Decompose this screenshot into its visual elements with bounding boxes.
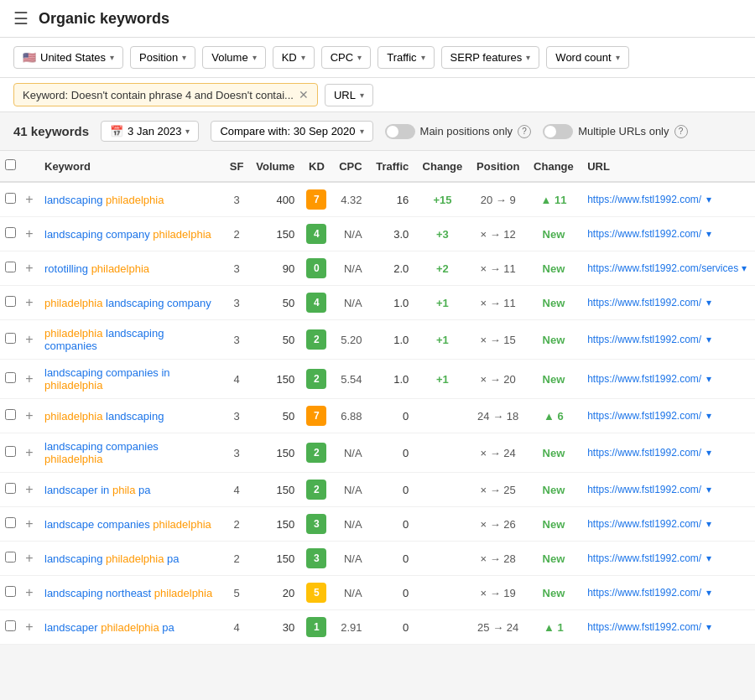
row-add[interactable]: + <box>21 576 38 610</box>
row-url[interactable]: https://www.fstl1992.com/ ▾ <box>581 542 755 576</box>
col-header-kd[interactable]: KD <box>301 151 331 182</box>
position-filter[interactable]: Position ▾ <box>130 46 195 69</box>
col-header-sf[interactable]: SF <box>225 151 249 182</box>
row-check[interactable] <box>0 251 21 286</box>
help-icon-multiple[interactable]: ? <box>674 125 688 138</box>
keyword-link[interactable]: landscape companies philadelphia <box>44 518 211 531</box>
keyword-link[interactable]: landscaping philadelphia pa <box>44 552 179 565</box>
col-header-position[interactable]: Position <box>470 151 527 182</box>
cpc-filter[interactable]: CPC ▾ <box>321 46 371 69</box>
row-add[interactable]: + <box>21 286 38 320</box>
keyword-link[interactable]: rototilling philadelphia <box>44 262 149 275</box>
col-header-volume[interactable]: Volume <box>249 151 302 182</box>
row-url[interactable]: https://www.fstl1992.com/ ▾ <box>581 399 755 433</box>
compare-btn[interactable]: Compare with: 30 Sep 2020 ▾ <box>211 121 372 142</box>
row-url[interactable]: https://www.fstl1992.com/ ▾ <box>581 433 755 473</box>
volume-filter[interactable]: Volume ▾ <box>202 46 265 69</box>
row-add[interactable]: + <box>21 360 38 399</box>
close-icon[interactable]: ✕ <box>299 88 309 101</box>
col-header-url[interactable]: URL <box>581 151 755 182</box>
row-keyword[interactable]: landscaper in phila pa <box>38 473 225 507</box>
keyword-link[interactable]: landscaper in phila pa <box>44 484 151 496</box>
url-dropdown-icon[interactable]: ▾ <box>706 297 711 309</box>
select-all-checkbox[interactable] <box>5 159 16 170</box>
row-check[interactable] <box>0 610 21 645</box>
keyword-link[interactable]: philadelphia landscaping company <box>44 297 211 309</box>
url-dropdown-icon[interactable]: ▾ <box>706 194 711 205</box>
keyword-link[interactable]: landscaping company philadelphia <box>44 228 211 241</box>
row-url[interactable]: https://www.fstl1992.com/ ▾ <box>581 217 755 251</box>
row-check[interactable] <box>0 433 21 473</box>
keyword-link[interactable]: philadelphia landscaping companies <box>44 327 164 352</box>
url-dropdown-icon[interactable]: ▾ <box>706 552 711 564</box>
url-dropdown-icon[interactable]: ▾ <box>706 228 711 240</box>
keyword-link[interactable]: landscaper philadelphia pa <box>44 621 174 634</box>
col-header-traffic[interactable]: Traffic <box>369 151 416 182</box>
url-dropdown-icon[interactable]: ▾ <box>706 518 711 530</box>
keyword-link[interactable]: landscaping companies philadelphia <box>44 440 159 465</box>
row-url[interactable]: https://www.fstl1992.com/ ▾ <box>581 507 755 542</box>
serp-filter[interactable]: SERP features ▾ <box>441 46 540 69</box>
row-keyword[interactable]: landscaper philadelphia pa <box>38 610 225 645</box>
row-url[interactable]: https://www.fstl1992.com/ ▾ <box>581 610 755 645</box>
row-check[interactable] <box>0 473 21 507</box>
url-link[interactable]: https://www.fstl1992.com/ <box>587 194 701 205</box>
row-check[interactable] <box>0 576 21 610</box>
row-url[interactable]: https://www.fstl1992.com/ ▾ <box>581 286 755 320</box>
keyword-link[interactable]: landscaping philadelphia <box>44 194 164 206</box>
row-check[interactable] <box>0 286 21 320</box>
multiple-urls-toggle[interactable] <box>543 124 573 139</box>
row-add[interactable]: + <box>21 473 38 507</box>
row-add[interactable]: + <box>21 433 38 473</box>
row-url[interactable]: https://www.fstl1992.com/ ▾ <box>581 360 755 399</box>
main-positions-toggle[interactable] <box>385 124 415 139</box>
row-add[interactable]: + <box>21 507 38 542</box>
url-link[interactable]: https://www.fstl1992.com/ <box>587 297 701 309</box>
row-check[interactable] <box>0 182 21 217</box>
url-link[interactable]: https://www.fstl1992.com/ <box>587 518 701 530</box>
url-dropdown-icon[interactable]: ▾ <box>706 334 711 345</box>
row-add[interactable]: + <box>21 542 38 576</box>
row-add[interactable]: + <box>21 320 38 360</box>
url-link[interactable]: https://www.fstl1992.com/ <box>587 410 701 422</box>
traffic-filter[interactable]: Traffic ▾ <box>378 46 434 69</box>
url-link[interactable]: https://www.fstl1992.com/services ▾ <box>587 262 746 274</box>
row-url[interactable]: https://www.fstl1992.com/ ▾ <box>581 320 755 360</box>
row-keyword[interactable]: rototilling philadelphia <box>38 251 225 286</box>
row-add[interactable]: + <box>21 610 38 645</box>
row-url[interactable]: https://www.fstl1992.com/ ▾ <box>581 576 755 610</box>
row-check[interactable] <box>0 320 21 360</box>
url-link[interactable]: https://www.fstl1992.com/ <box>587 228 701 240</box>
url-dropdown-icon[interactable]: ▾ <box>706 410 711 422</box>
row-keyword[interactable]: landscaping northeast philadelphia <box>38 576 225 610</box>
url-link[interactable]: https://www.fstl1992.com/ <box>587 621 701 633</box>
url-dropdown-icon[interactable]: ▾ <box>706 447 711 459</box>
url-dropdown-icon[interactable]: ▾ <box>706 484 711 495</box>
url-link[interactable]: https://www.fstl1992.com/ <box>587 373 701 385</box>
menu-icon[interactable]: ☰ <box>13 8 29 29</box>
row-add[interactable]: + <box>21 399 38 433</box>
row-check[interactable] <box>0 217 21 251</box>
row-url[interactable]: https://www.fstl1992.com/ ▾ <box>581 182 755 217</box>
wordcount-filter[interactable]: Word count ▾ <box>546 46 628 69</box>
row-keyword[interactable]: philadelphia landscaping <box>38 399 225 433</box>
date-picker[interactable]: 📅 3 Jan 2023 ▾ <box>101 121 199 142</box>
url-link[interactable]: https://www.fstl1992.com/ <box>587 484 701 495</box>
row-check[interactable] <box>0 542 21 576</box>
help-icon-main[interactable]: ? <box>518 125 531 138</box>
url-link[interactable]: https://www.fstl1992.com/ <box>587 552 701 564</box>
row-keyword[interactable]: landscaping companies in philadelphia <box>38 360 225 399</box>
row-add[interactable]: + <box>21 217 38 251</box>
url-filter[interactable]: URL ▾ <box>325 84 373 106</box>
url-dropdown-icon[interactable]: ▾ <box>706 587 711 599</box>
row-keyword[interactable]: philadelphia landscaping companies <box>38 320 225 360</box>
row-keyword[interactable]: landscaping company philadelphia <box>38 217 225 251</box>
row-check[interactable] <box>0 399 21 433</box>
row-add[interactable]: + <box>21 251 38 286</box>
url-dropdown-icon[interactable]: ▾ <box>706 373 711 385</box>
keyword-link[interactable]: landscaping northeast philadelphia <box>44 587 212 599</box>
row-url[interactable]: https://www.fstl1992.com/ ▾ <box>581 473 755 507</box>
row-url[interactable]: https://www.fstl1992.com/services ▾ <box>581 251 755 286</box>
row-keyword[interactable]: landscaping philadelphia <box>38 182 225 217</box>
url-link[interactable]: https://www.fstl1992.com/ <box>587 334 701 345</box>
